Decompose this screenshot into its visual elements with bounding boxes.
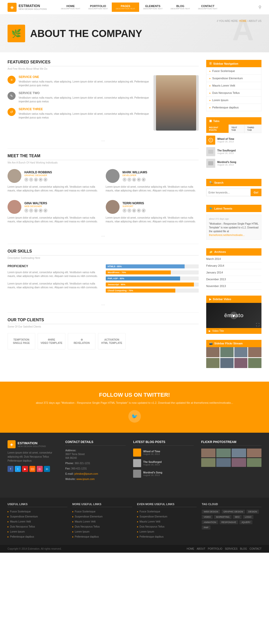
social-tw-2[interactable]: t bbox=[127, 178, 131, 182]
footer-link-3-5[interactable]: Lorem Ipsum bbox=[137, 530, 197, 534]
footer-social-tw[interactable]: t bbox=[15, 466, 21, 472]
social-li-3[interactable]: in bbox=[39, 209, 43, 213]
footer-flickr-7[interactable] bbox=[232, 458, 246, 467]
social-fb-4[interactable]: f bbox=[123, 209, 127, 213]
tab-text[interactable]: TEXT TAB bbox=[229, 125, 244, 133]
footer-link-1-2[interactable]: Suspendisse Elementum bbox=[8, 515, 67, 518]
social-tw-3[interactable]: t bbox=[29, 209, 33, 213]
social-gp-3[interactable]: g bbox=[34, 209, 38, 213]
footer-link-3-4[interactable]: Duis Necopurus Tellus bbox=[137, 525, 197, 529]
footer-link-2-1[interactable]: Fusce Scelerisque bbox=[72, 510, 132, 513]
sidebar-nav-item-1[interactable]: ▸Fusce Scelerisque bbox=[206, 67, 261, 75]
sidebar-nav-item-4[interactable]: ▸Duis Necopurus Tellus bbox=[206, 89, 261, 97]
tag-seo[interactable]: SEO bbox=[233, 515, 242, 519]
footer-nav-portfolio[interactable]: PORTFOLIO bbox=[208, 547, 223, 550]
nav-item-elements[interactable]: ELEMENTS DESCRIPTION TEXT bbox=[139, 3, 167, 12]
tag-php[interactable]: PHP bbox=[202, 526, 210, 530]
expand-icon[interactable]: ⛶ bbox=[256, 323, 259, 327]
footer-nav-contact[interactable]: CONTACT bbox=[249, 547, 261, 550]
flickr-thumb-2[interactable] bbox=[220, 347, 234, 357]
footer-flickr-5[interactable] bbox=[201, 458, 216, 467]
social-pi-4[interactable]: p bbox=[142, 209, 146, 213]
footer-flickr-8[interactable] bbox=[247, 458, 261, 467]
social-li-1[interactable]: in bbox=[39, 178, 43, 182]
footer-nav-about[interactable]: ABOUT bbox=[197, 547, 205, 550]
tab-recent-posts[interactable]: RECENT POSTS bbox=[206, 125, 229, 133]
social-fb-1[interactable]: f bbox=[24, 178, 28, 182]
sidebar-nav-item-3[interactable]: ▸Mauris Lorem Velit bbox=[206, 82, 261, 89]
social-gp-4[interactable]: g bbox=[132, 209, 136, 213]
footer-link-2-3[interactable]: Mauris Lorem Velit bbox=[72, 520, 132, 524]
social-pi-2[interactable]: p bbox=[142, 178, 146, 182]
social-li-2[interactable]: in bbox=[137, 178, 141, 182]
footer-link-1-5[interactable]: Lorem Ipsum bbox=[8, 530, 67, 534]
flickr-thumb-6[interactable] bbox=[220, 358, 234, 368]
social-pi-3[interactable]: p bbox=[43, 209, 47, 213]
social-tw-4[interactable]: t bbox=[127, 209, 131, 213]
archive-item-5[interactable]: November 2013 bbox=[206, 283, 261, 290]
flickr-thumb-7[interactable] bbox=[234, 358, 248, 368]
footer-link-1-6[interactable]: Pellentesque dapibus bbox=[8, 535, 67, 539]
flickr-thumb-8[interactable] bbox=[248, 358, 261, 368]
tag-graphic-design[interactable]: GRAPHIC DESIGN bbox=[222, 510, 245, 514]
footer-link-3-6[interactable]: Pellentesque dapibus bbox=[137, 535, 197, 539]
footer-social-yt[interactable]: ▶ bbox=[22, 466, 28, 472]
social-fb-2[interactable]: f bbox=[123, 178, 127, 182]
footer-nav-services[interactable]: SERVICES bbox=[225, 547, 237, 550]
footer-link-1-4[interactable]: Duis Necopurus Tellus bbox=[8, 525, 67, 529]
video-preview[interactable]: ēmvato ▶ ⛶ bbox=[206, 303, 261, 328]
nav-item-portfolio[interactable]: PORTFOLIO DESCRIPTION TEXT bbox=[84, 3, 112, 12]
footer-link-2-2[interactable]: Suspendisse Elementum bbox=[72, 515, 132, 518]
footer-link-1-3[interactable]: Mauris Lorem Velit bbox=[8, 520, 67, 524]
footer-link-3-2[interactable]: Suspendisse Elementum bbox=[137, 515, 197, 518]
logo[interactable]: ◈ ESTIMATION NEW DESIGN SOLUTIONS bbox=[8, 3, 47, 12]
social-fb-3[interactable]: f bbox=[24, 209, 28, 213]
sidebar-nav-item-2[interactable]: ▸Suspendisse Elementum bbox=[206, 75, 261, 82]
nav-item-home[interactable]: HOME DESCRIPTION TEXT bbox=[57, 3, 84, 12]
archive-item-1[interactable]: March 2014 bbox=[206, 256, 261, 262]
footer-email-link[interactable]: johndoe@ipsum.com bbox=[74, 472, 98, 475]
sidebar-nav-item-5[interactable]: ▸Lorem Ipsum bbox=[206, 97, 261, 104]
archive-item-2[interactable]: February 2014 bbox=[206, 262, 261, 269]
flickr-thumb-1[interactable] bbox=[206, 347, 220, 357]
footer-social-li[interactable]: in bbox=[44, 466, 50, 472]
nav-search[interactable]: ⚲ bbox=[258, 5, 261, 10]
footer-nav-blog[interactable]: BLOG bbox=[240, 547, 247, 550]
nav-item-contact[interactable]: CONTACT DESCRIPTION TEXT bbox=[194, 3, 222, 12]
tag-design[interactable]: DESIGN bbox=[246, 510, 259, 514]
tweet-link[interactable]: themeforest.net/item/motivatio... bbox=[209, 234, 245, 236]
archive-item-4[interactable]: December 2013 bbox=[206, 276, 261, 283]
search-go-button[interactable]: Go! bbox=[251, 189, 261, 196]
tag-video[interactable]: VIDEO bbox=[202, 515, 213, 519]
footer-website-link[interactable]: www.ipsum.com bbox=[76, 478, 94, 480]
footer-link-2-5[interactable]: Lorem Ipsum bbox=[72, 530, 132, 534]
footer-nav-home[interactable]: HOME bbox=[187, 547, 194, 550]
tag-responsive[interactable]: RESPONSIVE bbox=[220, 520, 238, 524]
flickr-thumb-5[interactable] bbox=[206, 358, 220, 368]
social-tw-1[interactable]: t bbox=[29, 178, 33, 182]
tag-marketing[interactable]: MARKETING bbox=[214, 515, 232, 519]
footer-flickr-3[interactable] bbox=[232, 449, 246, 457]
social-gp-2[interactable]: g bbox=[132, 178, 136, 182]
social-li-4[interactable]: in bbox=[137, 209, 141, 213]
tag-jquery[interactable]: JQUERY bbox=[239, 520, 252, 524]
flickr-thumb-4[interactable] bbox=[248, 347, 261, 357]
footer-social-ig[interactable]: ◎ bbox=[37, 466, 43, 472]
nav-item-pages[interactable]: PAGES DESCRIPTION TEXT bbox=[112, 3, 139, 12]
footer-flickr-1[interactable] bbox=[201, 449, 216, 457]
tag-web-design[interactable]: WEB DESIGN bbox=[202, 510, 220, 514]
footer-social-fb[interactable]: f bbox=[8, 466, 14, 472]
footer-flickr-2[interactable] bbox=[216, 449, 231, 457]
footer-link-2-6[interactable]: Pellentesque dapibus bbox=[72, 535, 132, 539]
footer-link-2-4[interactable]: Duis Necopurus Tellus bbox=[72, 525, 132, 529]
tag-logo[interactable]: LOGO bbox=[243, 515, 253, 519]
sidebar-nav-item-6[interactable]: ▸Pellentesque dapibus bbox=[206, 104, 261, 111]
tab-third[interactable]: THIRD TAB bbox=[244, 125, 261, 133]
archive-item-3[interactable]: January 2014 bbox=[206, 269, 261, 276]
search-input[interactable] bbox=[206, 189, 251, 196]
footer-link-3-3[interactable]: Mauris Lorem Velit bbox=[137, 520, 197, 524]
social-gp-1[interactable]: g bbox=[34, 178, 38, 182]
footer-link-1-1[interactable]: Fusce Scelerisque bbox=[8, 510, 67, 513]
twitter-bird-icon[interactable]: 🐦 bbox=[128, 410, 141, 423]
footer-social-rss[interactable]: )))) bbox=[29, 466, 35, 472]
